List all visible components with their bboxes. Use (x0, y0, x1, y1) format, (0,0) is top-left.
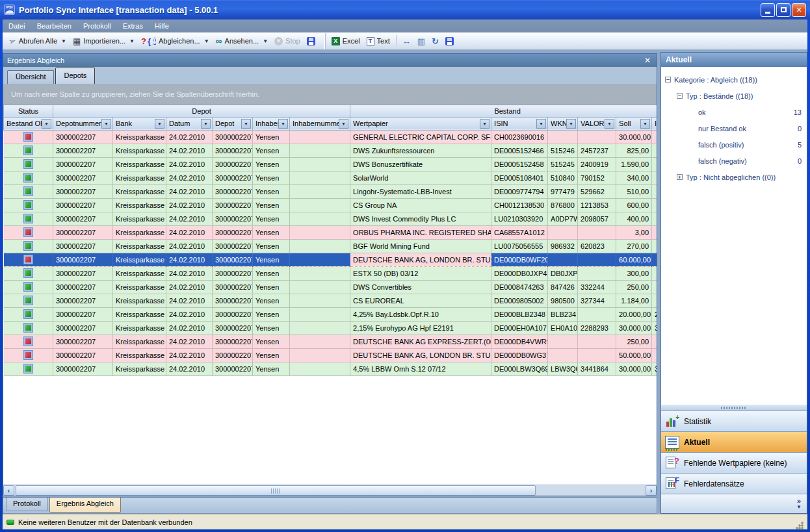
scroll-right-button[interactable]: › (646, 485, 657, 496)
chevron-down-icon[interactable]: ▼ (129, 38, 135, 44)
table-row[interactable]: 3000002207Kreissparkasse24.02.2010300000… (4, 307, 657, 321)
nav-item-fehlerdatensaetze[interactable]: FFehlerdatensätze (661, 473, 807, 494)
column-header-depotnummer[interactable]: Depotnummer▼ (53, 117, 113, 130)
save-button[interactable] (304, 34, 319, 48)
fit-width-button[interactable]: ↔ (399, 34, 414, 48)
menu-item-bearbeiten[interactable]: Bearbeiten (31, 20, 77, 32)
best-fit-columns-button[interactable]: ▥ (414, 34, 428, 48)
expand-icon[interactable]: + (677, 174, 683, 180)
column-header-depot[interactable]: Depot▼ (213, 117, 253, 130)
groupby-bar[interactable]: Um nach einer Spalte zu gruppieren, zieh… (3, 84, 657, 105)
column-header-bestand-ok[interactable]: Bestand OK▼ (4, 117, 53, 130)
column-header-datum[interactable]: Datum▼ (166, 117, 213, 130)
column-header-inhaber[interactable]: Inhaber▼ (253, 117, 290, 130)
collapse-icon[interactable]: − (677, 93, 683, 99)
menu-item-hilfe[interactable]: Hilfe (149, 20, 175, 32)
nav-item-statistik[interactable]: +Statistik (661, 411, 807, 431)
filter-dropdown-icon[interactable]: ▼ (278, 119, 288, 129)
filter-dropdown-icon[interactable]: ▼ (241, 119, 251, 129)
tab-übersicht[interactable]: Übersicht (7, 70, 54, 84)
filter-dropdown-icon[interactable]: ▼ (101, 119, 111, 129)
scrollbar-thumb[interactable] (16, 485, 536, 496)
excel-export-button[interactable]: X Excel (328, 34, 363, 48)
column-header-valor[interactable]: VALOR▼ (578, 117, 616, 130)
table-row[interactable]: 3000002207Kreissparkasse24.02.2010300000… (4, 212, 657, 225)
menu-item-protokoll[interactable]: Protokoll (77, 20, 117, 32)
table-row[interactable]: 3000002207Kreissparkasse24.02.2010300000… (4, 171, 657, 184)
chevron-down-icon[interactable]: ▼ (61, 38, 66, 44)
tree-item[interactable]: −Typ : Bestände ((18)) (661, 88, 807, 104)
filter-dropdown-icon[interactable]: ▼ (480, 119, 490, 129)
column-header-inhabernummer[interactable]: Inhabernummer▼ (290, 117, 350, 130)
chevron-down-icon[interactable]: ▼ (204, 38, 209, 44)
filter-dropdown-icon[interactable]: ▼ (566, 119, 576, 129)
filter-dropdown-icon[interactable]: ▼ (536, 119, 546, 129)
close-button[interactable]: ✕ (792, 3, 806, 17)
abgleichen-button[interactable]: ?{ Abgleichen... ▼ (138, 34, 213, 48)
table-row[interactable]: 3000002207Kreissparkasse24.02.2010300000… (4, 294, 657, 307)
filter-dropdown-icon[interactable]: ▼ (42, 119, 51, 129)
table-row[interactable]: 3000002207Kreissparkasse24.02.2010300000… (4, 321, 657, 335)
column-header-wkn[interactable]: WKN▼ (548, 117, 578, 130)
table-row[interactable]: 3000002207Kreissparkasse24.02.2010300000… (4, 157, 657, 171)
menu-item-datei[interactable]: Datei (3, 20, 31, 32)
column-header-isin[interactable]: ISIN▼ (491, 117, 548, 130)
horizontal-scrollbar[interactable]: ‹ › (3, 485, 657, 496)
table-row[interactable]: 3000002207Kreissparkasse24.02.2010300000… (4, 239, 657, 253)
chevron-down-icon[interactable]: ▼ (263, 38, 268, 44)
configure-buttons-icon[interactable]: »▼ (796, 498, 802, 511)
filter-dropdown-icon[interactable]: ▼ (155, 119, 164, 129)
tree-item[interactable]: falsch (negativ)0 (661, 153, 807, 169)
table-row[interactable]: 3000002207Kreissparkasse24.02.2010300000… (4, 144, 657, 157)
save-layout-button[interactable] (442, 34, 457, 48)
scroll-left-button[interactable]: ‹ (3, 485, 14, 496)
ansehen-button[interactable]: ∞ Ansehen... ▼ (213, 34, 272, 48)
tree-item[interactable]: −Kategorie : Abgleich ((18)) (661, 71, 807, 88)
table-row[interactable]: 3000002207Kreissparkasse24.02.2010300000… (4, 130, 657, 144)
table-row[interactable]: 3000002207Kreissparkasse24.02.2010300000… (4, 225, 657, 239)
maximize-button[interactable] (776, 3, 790, 17)
status-ok-icon (24, 242, 33, 250)
table-row[interactable]: 3000002207Kreissparkasse24.02.2010300000… (4, 184, 657, 198)
table-row[interactable]: 3000002207Kreissparkasse24.02.2010300000… (4, 266, 657, 280)
filter-dropdown-icon[interactable]: ▼ (640, 119, 650, 129)
column-header-wertpapier[interactable]: Wertpapier▼ (350, 117, 491, 130)
stop-button[interactable]: ✕ Stop (271, 34, 304, 48)
filter-dropdown-icon[interactable]: ▼ (339, 119, 348, 129)
table-row[interactable]: 3000002207Kreissparkasse24.02.2010300000… (4, 198, 657, 212)
tree-item[interactable]: nur Bestand ok0 (661, 120, 807, 136)
tree-item[interactable]: +Typ : Nicht abgeglichen ((0)) (661, 169, 807, 185)
cell-inhaber: Yensen (253, 362, 290, 375)
table-row[interactable]: 3000002207Kreissparkasse24.02.2010300000… (4, 280, 657, 294)
table-row[interactable]: 3000002207Kreissparkasse24.02.2010300000… (4, 253, 657, 266)
abrufen-alle-button[interactable]: ➢ Abrufen Alle ▼ (5, 34, 70, 48)
cell-soll: 250,00 (616, 335, 652, 348)
refresh-button[interactable]: ↻ (428, 34, 442, 48)
nav-item-fehlende-wertpapiere[interactable]: ?Fehlende Wertpapiere (keine) (661, 452, 807, 473)
column-header-ist[interactable]: Ist (652, 117, 657, 130)
table-row[interactable]: 3000002207Kreissparkasse24.02.2010300000… (4, 348, 657, 362)
text-export-button[interactable]: T Text (363, 34, 393, 48)
tree-item[interactable]: falsch (positiv)5 (661, 136, 807, 153)
minimize-button[interactable] (761, 3, 775, 17)
table-row[interactable]: 3000002207Kreissparkasse24.02.2010300000… (4, 362, 657, 375)
bottom-tab-protokoll[interactable]: Protokoll (6, 498, 48, 511)
tab-depots[interactable]: Depots (55, 68, 95, 84)
bottom-tab-ergebnis-abgleich[interactable]: Ergebnis Abgleich (49, 498, 121, 513)
resize-grip[interactable] (794, 520, 803, 529)
nav-item-aktuell[interactable]: Aktuell (661, 431, 807, 452)
collapse-icon[interactable]: − (665, 77, 671, 82)
cell-wertpapier: SolarWorld (350, 171, 491, 184)
scrollbar-track[interactable] (536, 485, 646, 496)
panel-close-icon[interactable]: ✕ (642, 56, 653, 65)
filter-dropdown-icon[interactable]: ▼ (201, 119, 211, 129)
sidebar-splitter[interactable] (661, 405, 807, 411)
filter-dropdown-icon[interactable]: ▼ (605, 119, 614, 129)
menu-item-extras[interactable]: Extras (117, 20, 149, 32)
column-header-bank[interactable]: Bank▼ (113, 117, 166, 130)
tree-item[interactable]: ok13 (661, 104, 807, 120)
table-row[interactable]: 3000002207Kreissparkasse24.02.2010300000… (4, 335, 657, 348)
cell-bank: Kreissparkasse (113, 144, 166, 157)
column-header-soll[interactable]: Soll▼ (616, 117, 652, 130)
importieren-button[interactable]: ▦ Importieren... ▼ (70, 34, 138, 48)
